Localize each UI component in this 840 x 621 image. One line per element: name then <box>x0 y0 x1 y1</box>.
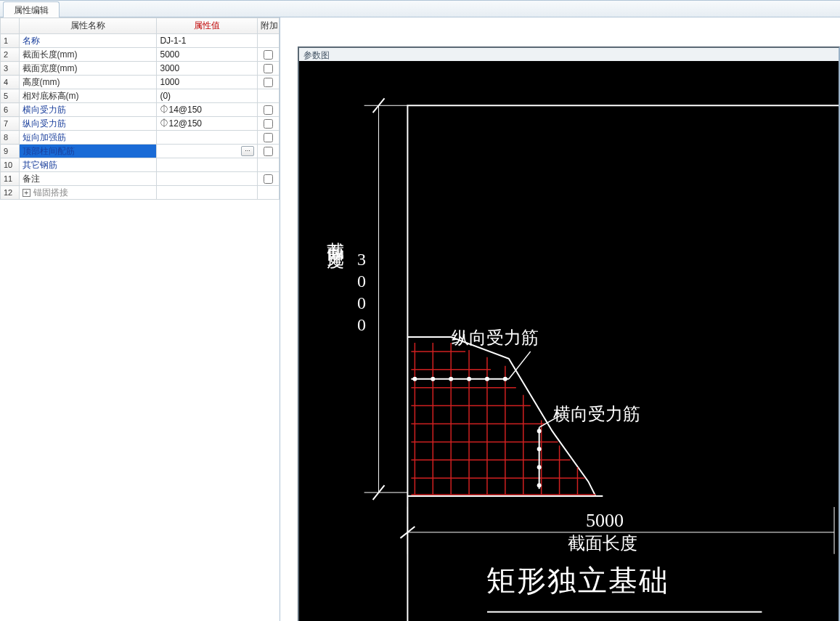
dim-section-length: 5000 <box>586 510 624 532</box>
label-rebar-longitudinal: 纵向受力筋 <box>452 326 539 349</box>
grid-header-name[interactable]: 属性名称 <box>19 18 157 34</box>
property-extra <box>258 186 280 200</box>
property-extra <box>258 158 280 172</box>
table-row[interactable]: 1名称DJ-1-1 <box>1 34 280 48</box>
expand-icon[interactable]: + <box>23 189 30 197</box>
property-value[interactable] <box>157 172 258 186</box>
diagram-title: 参数图 <box>299 48 839 61</box>
property-value[interactable]: ⏀12@150 <box>157 117 258 131</box>
property-value[interactable]: ··· <box>157 145 258 158</box>
row-number[interactable]: 7 <box>1 117 20 131</box>
property-name[interactable]: 截面宽度(mm) <box>19 62 157 76</box>
grid-header-value[interactable]: 属性值 <box>157 18 258 34</box>
row-number[interactable]: 6 <box>1 103 20 117</box>
table-row[interactable]: 10其它钢筋 <box>1 158 280 172</box>
property-extra <box>258 103 280 117</box>
table-row[interactable]: 3截面宽度(mm)3000 <box>1 62 280 76</box>
tab-property-edit[interactable]: 属性编辑 <box>3 1 60 17</box>
property-name[interactable]: +锚固搭接 <box>19 186 157 200</box>
label-footing-title: 矩形独立基础 <box>486 561 669 601</box>
property-value[interactable]: 1000 <box>157 76 258 89</box>
row-number[interactable]: 3 <box>1 62 20 76</box>
grid-header-rownum[interactable] <box>1 18 20 34</box>
extra-checkbox[interactable] <box>264 105 273 115</box>
property-name[interactable]: 其它钢筋 <box>19 158 157 172</box>
extra-checkbox[interactable] <box>264 174 273 184</box>
row-number[interactable]: 5 <box>1 89 20 103</box>
property-name[interactable]: 相对底标高(m) <box>19 89 157 103</box>
property-name-text: 名称 <box>23 36 40 46</box>
row-number[interactable]: 9 <box>1 145 20 158</box>
diagram-container: 参数图 <box>280 17 840 621</box>
row-number[interactable]: 10 <box>1 158 20 172</box>
property-name-text: 相对底标高(m) <box>23 91 79 101</box>
cad-viewport[interactable]: 截面宽度 3000 纵向受力筋 横向受力筋 5000 截面长度 矩形独立基础 <box>299 61 839 621</box>
property-value[interactable]: 3000 <box>157 62 258 76</box>
label-section-length: 截面长度 <box>568 532 637 555</box>
property-extra <box>258 62 280 76</box>
table-row[interactable]: 9顶部柱间配筋··· <box>1 145 280 158</box>
table-row[interactable]: 4高度(mm)1000 <box>1 76 280 89</box>
property-extra <box>258 89 280 103</box>
property-value[interactable] <box>157 131 258 145</box>
property-name[interactable]: 顶部柱间配筋 <box>19 145 157 158</box>
property-value[interactable] <box>157 158 258 172</box>
property-name[interactable]: 纵向受力筋 <box>19 117 157 131</box>
extra-checkbox[interactable] <box>264 147 273 156</box>
table-row[interactable]: 7纵向受力筋⏀12@150 <box>1 117 280 131</box>
property-name-text: 横向受力筋 <box>23 105 66 115</box>
property-name[interactable]: 备注 <box>19 172 157 186</box>
grid-header-extra[interactable]: 附加 <box>258 18 280 34</box>
property-extra <box>258 48 280 62</box>
extra-checkbox[interactable] <box>264 78 273 87</box>
ellipsis-button[interactable]: ··· <box>241 146 254 156</box>
property-grid: 属性名称 属性值 附加 1名称DJ-1-12截面长度(mm)50003截面宽度(… <box>0 17 280 200</box>
property-extra <box>258 131 280 145</box>
property-extra <box>258 117 280 131</box>
label-section-width: 截面宽度 <box>324 228 347 240</box>
dim-section-width: 3000 <box>351 250 371 337</box>
diagram-frame: 参数图 <box>298 46 840 621</box>
table-row[interactable]: 6横向受力筋⏀14@150 <box>1 103 280 117</box>
extra-checkbox[interactable] <box>264 50 273 60</box>
property-value[interactable] <box>157 186 258 200</box>
row-number[interactable]: 8 <box>1 131 20 145</box>
property-name-text: 顶部柱间配筋 <box>23 146 75 156</box>
extra-checkbox[interactable] <box>264 119 273 129</box>
property-name-text: 备注 <box>23 174 40 184</box>
property-name-text: 纵向受力筋 <box>23 118 66 129</box>
property-name-text: 高度(mm) <box>23 77 60 87</box>
property-input[interactable] <box>160 145 238 157</box>
row-number[interactable]: 12 <box>1 186 20 200</box>
property-name-text: 截面长度(mm) <box>23 49 78 60</box>
table-row[interactable]: 11备注 <box>1 172 280 186</box>
property-name-text: 锚固搭接 <box>33 187 68 198</box>
property-extra <box>258 145 280 158</box>
row-number[interactable]: 4 <box>1 76 20 89</box>
extra-checkbox[interactable] <box>264 64 273 73</box>
table-row[interactable]: 2截面长度(mm)5000 <box>1 48 280 62</box>
property-value[interactable]: (0) <box>157 89 258 103</box>
property-panel: 属性名称 属性值 附加 1名称DJ-1-12截面长度(mm)50003截面宽度(… <box>0 17 280 621</box>
extra-checkbox[interactable] <box>264 133 273 142</box>
property-extra <box>258 34 280 48</box>
property-name[interactable]: 名称 <box>19 34 157 48</box>
property-name[interactable]: 短向加强筋 <box>19 131 157 145</box>
property-name-text: 短向加强筋 <box>23 132 66 142</box>
row-number[interactable]: 2 <box>1 48 20 62</box>
property-name[interactable]: 截面长度(mm) <box>19 48 157 62</box>
property-value[interactable]: 5000 <box>157 48 258 62</box>
property-value[interactable]: DJ-1-1 <box>157 34 258 48</box>
property-value[interactable]: ⏀14@150 <box>157 103 258 117</box>
property-extra <box>258 76 280 89</box>
property-extra <box>258 172 280 186</box>
property-name-text: 其它钢筋 <box>23 160 57 170</box>
table-row[interactable]: 8短向加强筋 <box>1 131 280 145</box>
row-number[interactable]: 1 <box>1 34 20 48</box>
property-name[interactable]: 横向受力筋 <box>19 103 157 117</box>
row-number[interactable]: 11 <box>1 172 20 186</box>
property-name-text: 截面宽度(mm) <box>23 63 78 73</box>
table-row[interactable]: 12+锚固搭接 <box>1 186 280 200</box>
table-row[interactable]: 5相对底标高(m)(0) <box>1 89 280 103</box>
property-name[interactable]: 高度(mm) <box>19 76 157 89</box>
